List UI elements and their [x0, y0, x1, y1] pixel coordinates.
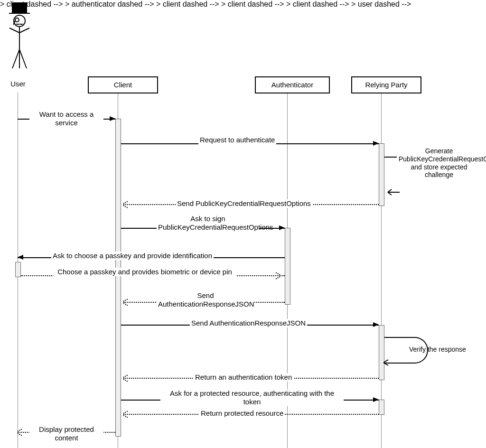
svg-line-6	[9, 28, 19, 33]
msg-ask-choose: Ask to choose a passkey and provide iden…	[51, 252, 214, 260]
svg-line-10	[19, 49, 27, 68]
participant-relying-party-label: Relying Party	[365, 81, 407, 89]
svg-line-7	[19, 28, 29, 33]
user-actor-icon	[7, 2, 32, 78]
activation-user	[15, 262, 21, 277]
sequence-diagram: User Client Authenticator Relying Party …	[0, 0, 486, 448]
arrowhead-icon	[373, 322, 379, 327]
msg-send-authresp-2: Send AuthenticationResponseJSON	[190, 319, 307, 327]
participant-authenticator: Authenticator	[255, 76, 330, 93]
self-arrow-icon	[383, 359, 393, 366]
svg-line-14	[383, 360, 388, 363]
participant-authenticator-label: Authenticator	[271, 81, 313, 89]
msg-ask-sign: Ask to sign PublicKeyCredentialRequestOp…	[157, 215, 259, 232]
msg-request-auth: Request to authenticate	[198, 136, 276, 144]
participant-client-label: Client	[114, 81, 132, 89]
arrowhead-icon	[110, 116, 115, 121]
activation-rp-2	[379, 325, 384, 380]
msg-return-token: Return an authentication token	[194, 373, 293, 382]
participant-relying-party: Relying Party	[351, 76, 421, 93]
activation-client-main	[115, 119, 121, 437]
arrowhead-icon	[279, 225, 285, 230]
arrowhead-icon	[373, 141, 379, 146]
note-verify: Verify the response	[409, 345, 480, 354]
svg-line-15	[383, 363, 388, 365]
note-connector	[384, 157, 397, 158]
msg-send-authresp-1: Send AuthenticationResponseJSON	[157, 291, 254, 308]
user-label: User	[4, 80, 32, 88]
msg-send-options: Send PublicKeyCredentialRequestOptions	[176, 199, 312, 208]
activation-rp-3	[379, 400, 384, 415]
msg-display-content: Display protected content	[29, 425, 103, 442]
note-arrowback-icon	[385, 187, 400, 197]
msg-return-resource: Return protected resource	[199, 409, 285, 418]
arrowhead-icon	[18, 255, 23, 260]
msg-ask-resource: Ask for a protected resource, authentica…	[160, 389, 344, 406]
participant-client: Client	[88, 76, 158, 93]
svg-rect-0	[12, 3, 27, 13]
activation-rp-1	[379, 143, 384, 206]
msg-choose-passkey: Choose a passkey and provides biometric …	[53, 268, 236, 276]
msg-want-access: Want to access a service	[29, 110, 103, 127]
svg-line-8	[12, 49, 19, 68]
activation-auth	[285, 228, 290, 305]
arrowhead-icon	[373, 397, 379, 402]
note-generate-options: Generate PublicKeyCredentialRequestOptio…	[399, 147, 479, 179]
